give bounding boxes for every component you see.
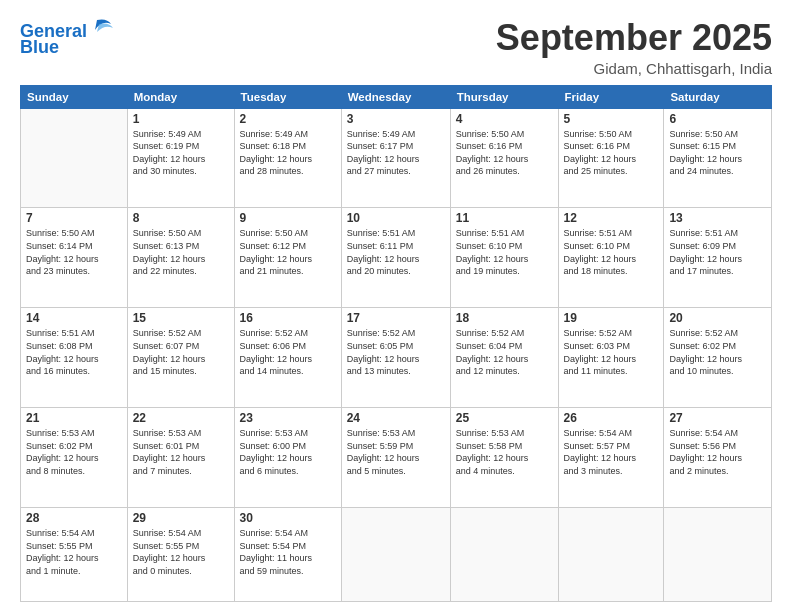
- day-number: 24: [347, 411, 445, 425]
- calendar-cell: [450, 508, 558, 602]
- calendar-cell: 9Sunrise: 5:50 AM Sunset: 6:12 PM Daylig…: [234, 208, 341, 308]
- day-number: 11: [456, 211, 553, 225]
- cell-info: Sunrise: 5:51 AM Sunset: 6:10 PM Dayligh…: [564, 227, 659, 277]
- cell-info: Sunrise: 5:52 AM Sunset: 6:05 PM Dayligh…: [347, 327, 445, 377]
- cell-info: Sunrise: 5:51 AM Sunset: 6:08 PM Dayligh…: [26, 327, 122, 377]
- calendar-cell: 11Sunrise: 5:51 AM Sunset: 6:10 PM Dayli…: [450, 208, 558, 308]
- weekday-header-sunday: Sunday: [21, 85, 128, 108]
- day-number: 21: [26, 411, 122, 425]
- calendar-cell: 23Sunrise: 5:53 AM Sunset: 6:00 PM Dayli…: [234, 408, 341, 508]
- cell-info: Sunrise: 5:50 AM Sunset: 6:12 PM Dayligh…: [240, 227, 336, 277]
- day-number: 7: [26, 211, 122, 225]
- cell-info: Sunrise: 5:49 AM Sunset: 6:17 PM Dayligh…: [347, 128, 445, 178]
- cell-info: Sunrise: 5:53 AM Sunset: 6:01 PM Dayligh…: [133, 427, 229, 477]
- calendar-cell: 3Sunrise: 5:49 AM Sunset: 6:17 PM Daylig…: [341, 108, 450, 208]
- day-number: 12: [564, 211, 659, 225]
- day-number: 22: [133, 411, 229, 425]
- weekday-header-tuesday: Tuesday: [234, 85, 341, 108]
- calendar-week-4: 21Sunrise: 5:53 AM Sunset: 6:02 PM Dayli…: [21, 408, 772, 508]
- cell-info: Sunrise: 5:52 AM Sunset: 6:03 PM Dayligh…: [564, 327, 659, 377]
- calendar-cell: [21, 108, 128, 208]
- day-number: 9: [240, 211, 336, 225]
- day-number: 8: [133, 211, 229, 225]
- calendar-cell: 7Sunrise: 5:50 AM Sunset: 6:14 PM Daylig…: [21, 208, 128, 308]
- calendar-cell: 1Sunrise: 5:49 AM Sunset: 6:19 PM Daylig…: [127, 108, 234, 208]
- cell-info: Sunrise: 5:50 AM Sunset: 6:16 PM Dayligh…: [564, 128, 659, 178]
- calendar-cell: 24Sunrise: 5:53 AM Sunset: 5:59 PM Dayli…: [341, 408, 450, 508]
- calendar-cell: 22Sunrise: 5:53 AM Sunset: 6:01 PM Dayli…: [127, 408, 234, 508]
- cell-info: Sunrise: 5:52 AM Sunset: 6:06 PM Dayligh…: [240, 327, 336, 377]
- day-number: 4: [456, 112, 553, 126]
- cell-info: Sunrise: 5:50 AM Sunset: 6:14 PM Dayligh…: [26, 227, 122, 277]
- calendar-cell: 29Sunrise: 5:54 AM Sunset: 5:55 PM Dayli…: [127, 508, 234, 602]
- day-number: 19: [564, 311, 659, 325]
- cell-info: Sunrise: 5:51 AM Sunset: 6:09 PM Dayligh…: [669, 227, 766, 277]
- cell-info: Sunrise: 5:53 AM Sunset: 6:00 PM Dayligh…: [240, 427, 336, 477]
- day-number: 6: [669, 112, 766, 126]
- day-number: 1: [133, 112, 229, 126]
- cell-info: Sunrise: 5:49 AM Sunset: 6:19 PM Dayligh…: [133, 128, 229, 178]
- calendar-cell: 20Sunrise: 5:52 AM Sunset: 6:02 PM Dayli…: [664, 308, 772, 408]
- day-number: 18: [456, 311, 553, 325]
- calendar-table: SundayMondayTuesdayWednesdayThursdayFrid…: [20, 85, 772, 602]
- calendar-cell: 18Sunrise: 5:52 AM Sunset: 6:04 PM Dayli…: [450, 308, 558, 408]
- weekday-header-saturday: Saturday: [664, 85, 772, 108]
- cell-info: Sunrise: 5:52 AM Sunset: 6:07 PM Dayligh…: [133, 327, 229, 377]
- day-number: 20: [669, 311, 766, 325]
- cell-info: Sunrise: 5:51 AM Sunset: 6:11 PM Dayligh…: [347, 227, 445, 277]
- location-subtitle: Gidam, Chhattisgarh, India: [496, 60, 772, 77]
- calendar-cell: 10Sunrise: 5:51 AM Sunset: 6:11 PM Dayli…: [341, 208, 450, 308]
- logo-text-blue: Blue: [20, 38, 59, 58]
- calendar-cell: 13Sunrise: 5:51 AM Sunset: 6:09 PM Dayli…: [664, 208, 772, 308]
- calendar-cell: 27Sunrise: 5:54 AM Sunset: 5:56 PM Dayli…: [664, 408, 772, 508]
- calendar-cell: 16Sunrise: 5:52 AM Sunset: 6:06 PM Dayli…: [234, 308, 341, 408]
- calendar-cell: 14Sunrise: 5:51 AM Sunset: 6:08 PM Dayli…: [21, 308, 128, 408]
- calendar-week-1: 1Sunrise: 5:49 AM Sunset: 6:19 PM Daylig…: [21, 108, 772, 208]
- calendar-cell: [664, 508, 772, 602]
- cell-info: Sunrise: 5:53 AM Sunset: 5:58 PM Dayligh…: [456, 427, 553, 477]
- day-number: 25: [456, 411, 553, 425]
- day-number: 28: [26, 511, 122, 525]
- calendar-cell: 19Sunrise: 5:52 AM Sunset: 6:03 PM Dayli…: [558, 308, 664, 408]
- top-section: General Blue September 2025 Gidam, Chhat…: [20, 18, 772, 77]
- calendar-cell: 30Sunrise: 5:54 AM Sunset: 5:54 PM Dayli…: [234, 508, 341, 602]
- cell-info: Sunrise: 5:49 AM Sunset: 6:18 PM Dayligh…: [240, 128, 336, 178]
- cell-info: Sunrise: 5:53 AM Sunset: 5:59 PM Dayligh…: [347, 427, 445, 477]
- weekday-header-friday: Friday: [558, 85, 664, 108]
- day-number: 10: [347, 211, 445, 225]
- cell-info: Sunrise: 5:54 AM Sunset: 5:55 PM Dayligh…: [133, 527, 229, 577]
- day-number: 3: [347, 112, 445, 126]
- day-number: 26: [564, 411, 659, 425]
- day-number: 13: [669, 211, 766, 225]
- day-number: 16: [240, 311, 336, 325]
- cell-info: Sunrise: 5:52 AM Sunset: 6:02 PM Dayligh…: [669, 327, 766, 377]
- cell-info: Sunrise: 5:54 AM Sunset: 5:55 PM Dayligh…: [26, 527, 122, 577]
- weekday-header-monday: Monday: [127, 85, 234, 108]
- calendar-week-3: 14Sunrise: 5:51 AM Sunset: 6:08 PM Dayli…: [21, 308, 772, 408]
- weekday-header-wednesday: Wednesday: [341, 85, 450, 108]
- weekday-header-row: SundayMondayTuesdayWednesdayThursdayFrid…: [21, 85, 772, 108]
- cell-info: Sunrise: 5:50 AM Sunset: 6:15 PM Dayligh…: [669, 128, 766, 178]
- calendar-cell: 5Sunrise: 5:50 AM Sunset: 6:16 PM Daylig…: [558, 108, 664, 208]
- calendar-week-2: 7Sunrise: 5:50 AM Sunset: 6:14 PM Daylig…: [21, 208, 772, 308]
- cell-info: Sunrise: 5:54 AM Sunset: 5:56 PM Dayligh…: [669, 427, 766, 477]
- cell-info: Sunrise: 5:52 AM Sunset: 6:04 PM Dayligh…: [456, 327, 553, 377]
- cell-info: Sunrise: 5:53 AM Sunset: 6:02 PM Dayligh…: [26, 427, 122, 477]
- day-number: 15: [133, 311, 229, 325]
- day-number: 5: [564, 112, 659, 126]
- page: General Blue September 2025 Gidam, Chhat…: [0, 0, 792, 612]
- cell-info: Sunrise: 5:50 AM Sunset: 6:16 PM Dayligh…: [456, 128, 553, 178]
- month-title: September 2025: [496, 18, 772, 58]
- cell-info: Sunrise: 5:50 AM Sunset: 6:13 PM Dayligh…: [133, 227, 229, 277]
- cell-info: Sunrise: 5:54 AM Sunset: 5:54 PM Dayligh…: [240, 527, 336, 577]
- calendar-cell: [558, 508, 664, 602]
- calendar-week-5: 28Sunrise: 5:54 AM Sunset: 5:55 PM Dayli…: [21, 508, 772, 602]
- calendar-cell: 4Sunrise: 5:50 AM Sunset: 6:16 PM Daylig…: [450, 108, 558, 208]
- calendar-cell: 26Sunrise: 5:54 AM Sunset: 5:57 PM Dayli…: [558, 408, 664, 508]
- weekday-header-thursday: Thursday: [450, 85, 558, 108]
- calendar-cell: 6Sunrise: 5:50 AM Sunset: 6:15 PM Daylig…: [664, 108, 772, 208]
- calendar-cell: 21Sunrise: 5:53 AM Sunset: 6:02 PM Dayli…: [21, 408, 128, 508]
- title-section: September 2025 Gidam, Chhattisgarh, Indi…: [496, 18, 772, 77]
- logo: General Blue: [20, 22, 115, 58]
- day-number: 2: [240, 112, 336, 126]
